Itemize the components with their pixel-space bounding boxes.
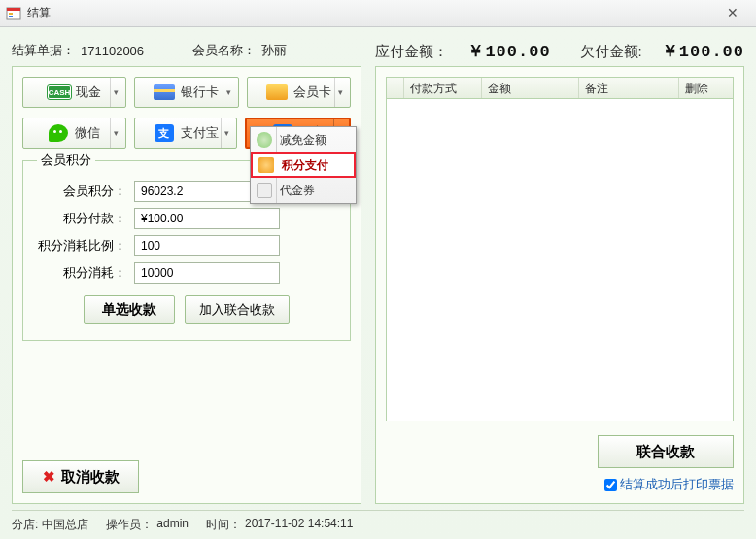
menu-points-pay[interactable]: 积分支付 [251, 152, 356, 178]
right-panel: 付款方式 金额 备注 删除 联合收款 结算成功后打印票据 [375, 66, 744, 504]
cancel-label: 取消收款 [61, 468, 120, 487]
cancel-icon: ✖ [43, 468, 55, 486]
points-pay-label: 积分付款： [37, 210, 134, 227]
order-number: 171102006 [81, 44, 144, 58]
table-header: 付款方式 金额 备注 删除 [387, 78, 733, 99]
print-text: 结算成功后打印票据 [620, 477, 734, 491]
points-ratio-label: 积分消耗比例： [37, 237, 134, 254]
print-checkbox-label[interactable]: 结算成功后打印票据 [604, 477, 734, 491]
pay-cash-button[interactable]: CASH现金▾ [22, 77, 126, 108]
status-branch-label: 分店: [12, 517, 38, 533]
payments-table: 付款方式 金额 备注 删除 [386, 77, 734, 421]
chevron-down-icon[interactable]: ▾ [110, 78, 121, 107]
svg-rect-2 [9, 13, 13, 15]
member-label: 会员名称： [192, 42, 256, 59]
status-op-label: 操作员： [106, 517, 153, 533]
cash-icon: CASH [49, 84, 70, 101]
header-row: 结算单据： 171102006 会员名称： 孙丽 应付金额： ￥100.00 欠… [12, 35, 744, 66]
join-combine-button[interactable]: 加入联合收款 [185, 295, 290, 324]
pay-bank-label: 银行卡 [181, 84, 219, 101]
status-time-label: 时间： [206, 517, 241, 533]
wechat-icon [48, 124, 69, 142]
cancel-collect-button[interactable]: ✖取消收款 [22, 460, 139, 493]
chevron-down-icon[interactable]: ▾ [334, 78, 346, 107]
combine-collect-button[interactable]: 联合收款 [598, 435, 734, 468]
pay-member-button[interactable]: 会员卡▾ [247, 77, 351, 108]
close-icon[interactable]: ✕ [713, 4, 752, 21]
titlebar: 结算 ✕ [0, 0, 756, 27]
due-label: 应付金额： [375, 43, 448, 61]
svg-rect-1 [7, 8, 20, 11]
pay-cash-label: 现金 [76, 84, 101, 101]
col-blank [387, 78, 404, 98]
chevron-down-icon[interactable]: ▾ [223, 78, 234, 107]
chevron-down-icon[interactable]: ▾ [221, 118, 232, 148]
menu-voucher[interactable]: 代金券 [251, 178, 356, 203]
pay-alipay-button[interactable]: 支支付宝▾ [134, 118, 238, 149]
pay-member-label: 会员卡 [293, 84, 331, 101]
col-amount[interactable]: 金额 [482, 78, 579, 98]
status-time: 2017-11-02 14:54:11 [245, 517, 353, 533]
pay-alipay-label: 支付宝 [181, 124, 219, 142]
table-body [387, 99, 733, 421]
points-balance-label: 会员积分： [37, 183, 134, 200]
owe-label: 欠付金额: [580, 43, 642, 61]
window-title: 结算 [27, 5, 51, 21]
points-icon [258, 157, 274, 173]
pay-bank-button[interactable]: 银行卡▾ [134, 77, 238, 108]
voucher-icon [257, 183, 272, 198]
svg-rect-3 [9, 16, 13, 17]
print-row: 结算成功后打印票据 [386, 476, 734, 493]
points-pay-input[interactable] [134, 208, 280, 229]
points-legend: 会员积分 [37, 152, 95, 169]
chevron-down-icon[interactable]: ▾ [110, 118, 121, 148]
owe-amount: ￥100.00 [662, 40, 744, 62]
menu-points-label: 积分支付 [282, 157, 328, 174]
menu-voucher-label: 代金券 [280, 183, 315, 199]
alipay-icon: 支 [154, 124, 175, 142]
col-method[interactable]: 付款方式 [404, 78, 482, 98]
print-checkbox[interactable] [604, 479, 617, 491]
pay-wechat-label: 微信 [75, 124, 100, 142]
menu-reduce-label: 减免金额 [280, 132, 326, 149]
due-amount: ￥100.00 [467, 40, 550, 62]
app-icon [6, 6, 21, 21]
other-dropdown: 减免金额 积分支付 代金券 [250, 126, 357, 204]
order-label: 结算单据： [12, 42, 75, 59]
points-ratio-input[interactable] [134, 235, 280, 256]
reduce-icon [257, 132, 272, 148]
col-remark[interactable]: 备注 [579, 78, 679, 98]
pay-wechat-button[interactable]: 微信▾ [22, 118, 126, 149]
member-name: 孙丽 [261, 42, 287, 59]
status-branch: 中国总店 [42, 517, 88, 533]
status-op: admin [156, 517, 189, 533]
points-consume-label: 积分消耗： [37, 264, 134, 282]
menu-reduce[interactable]: 减免金额 [251, 127, 356, 152]
col-delete[interactable]: 删除 [679, 78, 733, 98]
bankcard-icon [154, 84, 175, 101]
membercard-icon [266, 84, 288, 101]
status-bar: 分店: 中国总店 操作员： admin 时间： 2017-11-02 14:54… [12, 510, 744, 533]
points-consume-input[interactable] [134, 262, 280, 284]
single-collect-button[interactable]: 单选收款 [84, 295, 175, 324]
